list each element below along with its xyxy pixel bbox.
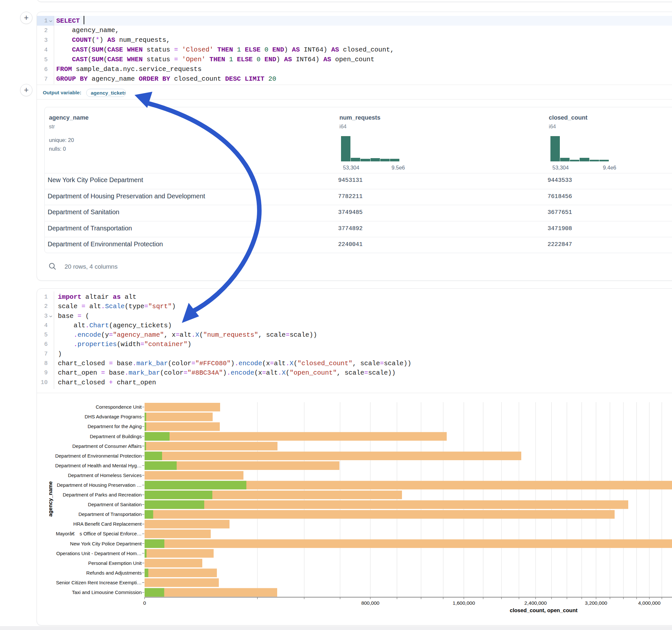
svg-text:0: 0 <box>143 600 146 606</box>
svg-text:Department for the Aging: Department for the Aging <box>88 423 142 429</box>
svg-text:Refunds and Adjustments: Refunds and Adjustments <box>86 570 142 576</box>
svg-text:Department of Consumer Affairs: Department of Consumer Affairs <box>72 443 142 449</box>
svg-text:Department of Environmental Pr: Department of Environmental Protection <box>55 453 142 459</box>
svg-text:Operations Unit - Department o: Operations Unit - Department of Hom… <box>56 551 142 556</box>
svg-text:Senior Citizen Rent Increase E: Senior Citizen Rent Increase Exempti… <box>56 580 142 585</box>
svg-text:Taxi and Limousine Commission: Taxi and Limousine Commission <box>72 589 142 595</box>
svg-text:DHS Advantage Programs: DHS Advantage Programs <box>85 414 142 419</box>
svg-text:closed_count, open_count: closed_count, open_count <box>510 607 578 613</box>
svg-text:1,600,000: 1,600,000 <box>453 600 475 606</box>
svg-text:Department of Parks and Recrea: Department of Parks and Recreation <box>63 492 142 498</box>
svg-text:4,000,000: 4,000,000 <box>638 600 661 606</box>
svg-text:Department of Sanitation: Department of Sanitation <box>88 502 142 507</box>
svg-text:agency_name: agency_name <box>48 481 53 516</box>
svg-text:Mayorâ€ s Office of Special En: Mayorâ€ s Office of Special Enforce… <box>56 531 142 536</box>
svg-text:HRA Benefit Card Replacement: HRA Benefit Card Replacement <box>73 521 142 527</box>
svg-text:800,000: 800,000 <box>361 600 379 606</box>
svg-text:Personal Exemption Unit: Personal Exemption Unit <box>88 560 142 566</box>
svg-text:New York City Police Departmen: New York City Police Department <box>70 541 142 547</box>
svg-text:Department of Transportation: Department of Transportation <box>78 511 142 517</box>
svg-text:Correspondence Unit: Correspondence Unit <box>96 404 142 410</box>
svg-text:Department of Health and Menta: Department of Health and Mental Hyg… <box>55 463 142 468</box>
svg-text:Department of Housing Preserva: Department of Housing Preservation … <box>57 482 142 488</box>
svg-text:2,400,000: 2,400,000 <box>525 600 547 606</box>
svg-text:Department of Buildings: Department of Buildings <box>90 434 142 439</box>
svg-text:3,200,000: 3,200,000 <box>585 600 607 606</box>
svg-text:Department of Homeless Service: Department of Homeless Services <box>68 472 142 478</box>
